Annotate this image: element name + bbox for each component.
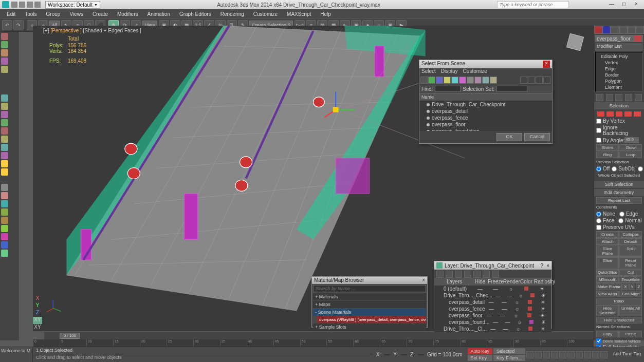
time-slider-handle[interactable]: 0 / 100: [60, 333, 80, 339]
layer-color-swatch[interactable]: [528, 327, 532, 331]
btn-msmooth[interactable]: MSmooth: [596, 276, 619, 283]
layer-cell[interactable]: ☼: [515, 293, 526, 298]
select-from-scene-dialog[interactable]: Select From Scene × Select Display Custo…: [419, 60, 553, 144]
btn-split[interactable]: Split: [619, 245, 642, 257]
layer-cell[interactable]: ☼: [510, 299, 523, 305]
tick[interactable]: 40: [247, 339, 273, 347]
dlg-select-menu-customize[interactable]: Customize: [463, 68, 487, 75]
stack-show-icon[interactable]: [606, 94, 613, 101]
filter-shape-icon[interactable]: [436, 77, 443, 84]
tick[interactable]: 80: [460, 339, 487, 347]
layer-color-swatch[interactable]: [524, 287, 528, 291]
layer-cell[interactable]: —: [499, 326, 511, 332]
tick[interactable]: 20: [140, 339, 167, 347]
tick[interactable]: 35: [220, 339, 247, 347]
dlg-mat-titlebar[interactable]: Material/Map Browser ×: [312, 277, 427, 284]
dlg-mat-search-input[interactable]: [314, 285, 426, 292]
snap-pivot-icon[interactable]: [1, 66, 8, 73]
layer-sel-icon[interactable]: [464, 271, 471, 278]
mod-c-icon[interactable]: [1, 233, 8, 240]
layer-dialog[interactable]: Layer: Drive_Through_Car_Checkpoint ? × …: [434, 261, 552, 329]
tick[interactable]: 85: [487, 339, 513, 347]
axis-x[interactable]: X: [33, 295, 42, 302]
qat-undo-icon[interactable]: [27, 2, 33, 8]
layer-cell[interactable]: —: [485, 299, 498, 305]
btn-cut[interactable]: Cut: [619, 269, 642, 276]
qat-redo-icon[interactable]: [34, 2, 41, 8]
prim-teapot-icon[interactable]: [1, 144, 8, 151]
layer-row[interactable]: overpass_detail——☼☀: [434, 299, 551, 306]
menu-graph-editors[interactable]: Graph Editors: [175, 10, 216, 18]
layer-row[interactable]: Drive_Thro...._Cl...——☼☀: [434, 326, 551, 332]
tick[interactable]: 75: [433, 339, 460, 347]
keymode-selected[interactable]: Selected: [493, 348, 525, 354]
subobj-vertex-icon[interactable]: [597, 111, 604, 117]
prim-cyl-icon[interactable]: [1, 111, 8, 118]
mod-e-icon[interactable]: [1, 250, 8, 257]
layer-color-swatch[interactable]: [530, 293, 535, 297]
tick[interactable]: 45: [273, 339, 300, 347]
prim-cone-icon[interactable]: [1, 127, 8, 135]
btn-tessellate[interactable]: Tessellate: [619, 276, 642, 283]
mod-cam-icon[interactable]: [1, 184, 8, 191]
nav-orbit-icon[interactable]: [592, 351, 599, 358]
subobj-elem-icon[interactable]: [634, 111, 641, 117]
dlg-select-close-icon[interactable]: ×: [543, 61, 550, 68]
tick[interactable]: 50: [300, 339, 327, 347]
scene-item[interactable]: overpass_fence: [419, 115, 552, 121]
close-button[interactable]: ×: [631, 1, 642, 8]
dlg-mat-search[interactable]: [313, 285, 426, 292]
btn-hidesel[interactable]: Hide Selected: [596, 305, 619, 316]
maximize-button[interactable]: □: [618, 1, 630, 8]
dlg-select-menu-select[interactable]: Select: [421, 68, 436, 75]
dlg-layer-help[interactable]: ?: [541, 263, 544, 269]
mod-b-icon[interactable]: [1, 225, 8, 232]
layer-cell[interactable]: —: [498, 299, 510, 305]
mod-helper-icon[interactable]: [1, 192, 8, 199]
radio-none[interactable]: [596, 212, 601, 217]
axis-xy2[interactable]: XY: [33, 324, 42, 331]
workspace-selector[interactable]: Workspace: Default ▼: [45, 1, 100, 9]
signin-icon[interactable]: [572, 2, 578, 8]
layer-cell[interactable]: ☼: [512, 326, 524, 332]
stack-remove-icon[interactable]: [625, 94, 632, 101]
subobj-border-icon[interactable]: [616, 111, 623, 117]
col-color[interactable]: Color: [519, 279, 534, 284]
menu-create[interactable]: Create: [88, 10, 113, 18]
object-color-swatch[interactable]: [634, 35, 641, 42]
col-layers[interactable]: Layers: [436, 279, 472, 284]
radio-multi[interactable]: [638, 166, 643, 172]
mod-space-icon[interactable]: [1, 200, 8, 207]
filter-sort-icon[interactable]: [528, 77, 535, 84]
layer-color-swatch[interactable]: [529, 320, 533, 324]
mod-d-icon[interactable]: [1, 241, 8, 249]
scene-item[interactable]: overpass_floor: [419, 121, 552, 128]
stack-vertex[interactable]: Vertex: [597, 60, 641, 66]
dlg-select-menu-display[interactable]: Display: [441, 68, 458, 75]
mat-section-slots[interactable]: + Sample Slots: [313, 323, 426, 331]
tick[interactable]: 95: [540, 339, 567, 347]
radio-subobj[interactable]: [612, 166, 617, 172]
layer-radiosity[interactable]: ☀: [538, 293, 549, 298]
col-radiosity[interactable]: Radiosity: [534, 279, 549, 284]
menu-rendering[interactable]: Rendering: [216, 10, 249, 18]
btn-x[interactable]: X: [622, 283, 629, 290]
snap-face-icon[interactable]: [1, 49, 8, 56]
tool-redo-icon[interactable]: ↷: [13, 20, 24, 30]
tick[interactable]: 0: [33, 339, 60, 347]
btn-viewalign[interactable]: View Align: [596, 291, 619, 297]
layer-color-swatch[interactable]: [527, 313, 531, 317]
coord-z[interactable]: [418, 354, 424, 355]
stack-editable-poly[interactable]: Editable Poly: [597, 53, 641, 60]
chk-ignoreback[interactable]: [596, 128, 601, 133]
layer-radiosity[interactable]: ☀: [537, 306, 549, 312]
tick[interactable]: 70: [407, 339, 433, 347]
rollout-editgeom[interactable]: Edit Geometry: [594, 189, 644, 196]
time-ruler[interactable]: 0510152025303540455055606570758085909510…: [33, 339, 594, 347]
addtimetag[interactable]: Add Time Tag: [610, 347, 644, 362]
tick[interactable]: 55: [326, 339, 353, 347]
layer-row[interactable]: overpass_found...——☼☀: [434, 319, 551, 326]
layer-cell[interactable]: —: [485, 306, 498, 312]
tick[interactable]: 90: [513, 339, 540, 347]
dlg-select-list-header[interactable]: Name: [419, 93, 552, 101]
